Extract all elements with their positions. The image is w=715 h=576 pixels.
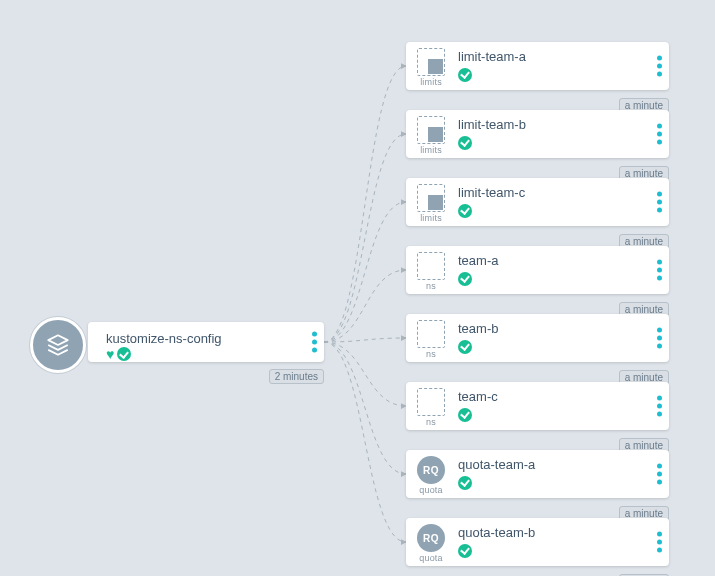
resource-body: limit-team-b — [458, 117, 526, 150]
resource-title: team-b — [458, 321, 498, 336]
resource-icon-box: ns — [414, 388, 448, 427]
heart-icon: ♥ — [106, 347, 114, 361]
resource-node[interactable]: nsteam-ba minute — [406, 314, 669, 362]
resource-body: team-c — [458, 389, 498, 422]
check-icon — [458, 476, 472, 490]
resource-status — [458, 406, 498, 422]
resource-status — [458, 270, 498, 286]
resource-status — [458, 134, 526, 150]
resource-body: limit-team-c — [458, 185, 525, 218]
resource-status — [458, 474, 535, 490]
resource-menu-button[interactable] — [657, 124, 662, 145]
check-icon — [458, 204, 472, 218]
resource-title: limit-team-b — [458, 117, 526, 132]
resource-status — [458, 542, 535, 558]
resource-title: team-a — [458, 253, 498, 268]
resource-icon-box: limits — [414, 184, 448, 223]
check-icon — [458, 544, 472, 558]
application-node[interactable]: kustomize-ns-config ♥ 2 minutes — [88, 322, 324, 362]
resource-menu-button[interactable] — [657, 464, 662, 485]
resource-title: team-c — [458, 389, 498, 404]
quota-icon: RQ — [417, 524, 445, 552]
resource-menu-button[interactable] — [657, 328, 662, 349]
resource-kind-label: quota — [414, 553, 448, 563]
check-icon — [458, 408, 472, 422]
resource-title: quota-team-b — [458, 525, 535, 540]
check-icon — [458, 68, 472, 82]
check-icon — [458, 272, 472, 286]
resource-title: quota-team-a — [458, 457, 535, 472]
resource-kind-label: limits — [414, 213, 448, 223]
resource-icon-box: limits — [414, 48, 448, 87]
resource-body: team-b — [458, 321, 498, 354]
resource-menu-button[interactable] — [657, 56, 662, 77]
resource-title: limit-team-c — [458, 185, 525, 200]
limits-icon — [417, 184, 445, 212]
resource-status — [458, 202, 525, 218]
namespace-icon — [417, 388, 445, 416]
quota-icon: RQ — [417, 456, 445, 484]
resource-icon-box: RQquota — [414, 456, 448, 495]
application-status: ♥ — [106, 347, 131, 361]
application-title: kustomize-ns-config — [106, 331, 222, 346]
resource-node[interactable]: limitslimit-team-aa minute — [406, 42, 669, 90]
resource-body: team-a — [458, 253, 498, 286]
resource-icon-box: ns — [414, 320, 448, 359]
namespace-icon — [417, 252, 445, 280]
app-glyph[interactable] — [30, 317, 86, 373]
resource-kind-label: ns — [414, 281, 448, 291]
resource-body: quota-team-a — [458, 457, 535, 490]
resource-icon-box: limits — [414, 116, 448, 155]
limits-icon — [417, 116, 445, 144]
resource-kind-label: quota — [414, 485, 448, 495]
check-icon — [117, 347, 131, 361]
resource-body: limit-team-a — [458, 49, 526, 82]
application-menu-button[interactable] — [312, 332, 317, 353]
stack-icon — [45, 332, 71, 358]
check-icon — [458, 136, 472, 150]
resource-menu-button[interactable] — [657, 260, 662, 281]
resource-body: quota-team-b — [458, 525, 535, 558]
resource-kind-label: limits — [414, 145, 448, 155]
limits-icon — [417, 48, 445, 76]
resource-node[interactable]: nsteam-ca minute — [406, 382, 669, 430]
resource-menu-button[interactable] — [657, 532, 662, 553]
graph-canvas: kustomize-ns-config ♥ 2 minutes limitsli… — [0, 0, 715, 576]
resource-menu-button[interactable] — [657, 396, 662, 417]
resource-status — [458, 66, 526, 82]
resource-title: limit-team-a — [458, 49, 526, 64]
resource-node[interactable]: limitslimit-team-ca minute — [406, 178, 669, 226]
resource-icon-box: ns — [414, 252, 448, 291]
resource-node[interactable]: limitslimit-team-ba minute — [406, 110, 669, 158]
resource-status — [458, 338, 498, 354]
namespace-icon — [417, 320, 445, 348]
resource-menu-button[interactable] — [657, 192, 662, 213]
resource-node[interactable]: RQquotaquota-team-ba minute — [406, 518, 669, 566]
check-icon — [458, 340, 472, 354]
resource-kind-label: ns — [414, 349, 448, 359]
resource-icon-box: RQquota — [414, 524, 448, 563]
resource-kind-label: ns — [414, 417, 448, 427]
resource-node[interactable]: RQquotaquota-team-aa minute — [406, 450, 669, 498]
application-age-badge: 2 minutes — [269, 369, 324, 384]
resource-node[interactable]: nsteam-aa minute — [406, 246, 669, 294]
resource-kind-label: limits — [414, 77, 448, 87]
